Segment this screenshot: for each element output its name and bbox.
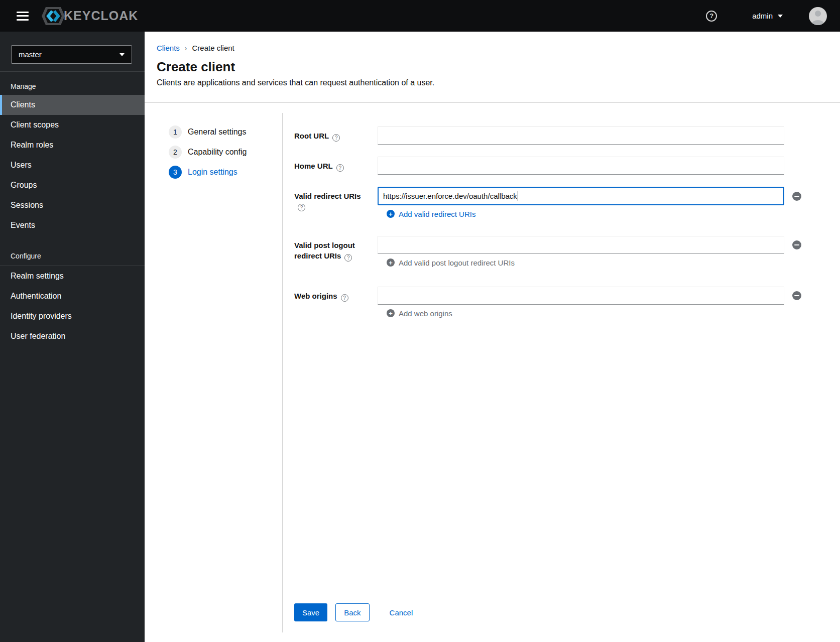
- menu-toggle-icon[interactable]: [17, 12, 29, 21]
- breadcrumb-clients-link[interactable]: Clients: [157, 44, 180, 52]
- remove-redirect-uri-button[interactable]: [792, 192, 801, 201]
- plus-circle-icon: +: [387, 259, 395, 267]
- step-number: 3: [169, 166, 182, 179]
- brand-text: KEYCLOAK: [64, 9, 138, 23]
- form-group-home-url: Home URL?: [294, 157, 784, 175]
- home-url-input[interactable]: [378, 157, 784, 175]
- form-group-valid-redirect-uris: Valid redirect URIs? https://issuer.enfo…: [294, 187, 784, 218]
- add-web-origins-link[interactable]: + Add web origins: [387, 309, 452, 318]
- sidebar-item-groups[interactable]: Groups: [0, 175, 145, 195]
- form-group-web-origins: Web origins? + Add web origins: [294, 287, 784, 318]
- cancel-button[interactable]: Cancel: [386, 603, 417, 621]
- wizard-step-login-settings[interactable]: 3 Login settings: [169, 162, 247, 182]
- content: Clients › Create client Create client Cl…: [145, 32, 840, 642]
- wizard-divider: [282, 113, 283, 632]
- text-cursor: [518, 191, 518, 201]
- root-url-label: Root URL: [294, 132, 329, 140]
- valid-redirect-uris-input[interactable]: https://issuer.enforce.dev/oauth/callbac…: [378, 187, 784, 205]
- web-origins-label: Web origins: [294, 292, 337, 300]
- page-subtitle: Clients are applications and services th…: [157, 78, 828, 87]
- sidebar-item-sessions[interactable]: Sessions: [0, 195, 145, 215]
- breadcrumb: Clients › Create client: [157, 44, 828, 52]
- sidebar-item-users[interactable]: Users: [0, 155, 145, 175]
- help-icon[interactable]: ?: [706, 11, 717, 22]
- help-icon[interactable]: ?: [344, 254, 352, 262]
- plus-circle-icon: +: [387, 210, 395, 218]
- masthead: KEYCLOAK ? admin: [0, 0, 840, 32]
- help-icon[interactable]: ?: [341, 294, 348, 302]
- root-url-input[interactable]: [378, 126, 784, 145]
- remove-post-logout-uri-button[interactable]: [792, 240, 801, 249]
- sidebar-divider: [0, 71, 145, 72]
- valid-redirect-uris-value: https://issuer.enforce.dev/oauth/callbac…: [383, 192, 517, 200]
- remove-web-origin-button[interactable]: [792, 291, 801, 300]
- sidebar: master Manage Clients Client scopes Real…: [0, 32, 145, 642]
- web-origins-input[interactable]: [378, 287, 784, 305]
- minus-circle-icon: [794, 295, 799, 296]
- realm-name: master: [19, 50, 42, 59]
- wizard-body: 1 General settings 2 Capability config 3…: [145, 103, 840, 642]
- sidebar-item-realm-settings[interactable]: Realm settings: [0, 266, 145, 286]
- nav-section-manage: Manage: [0, 82, 145, 91]
- page-title: Create client: [157, 59, 828, 75]
- step-number: 2: [169, 146, 182, 159]
- help-icon[interactable]: ?: [298, 204, 305, 211]
- user-dropdown[interactable]: admin: [752, 12, 783, 20]
- plus-circle-icon: +: [387, 309, 395, 317]
- minus-circle-icon: [794, 196, 799, 197]
- sidebar-item-events[interactable]: Events: [0, 215, 145, 235]
- wizard-nav: 1 General settings 2 Capability config 3…: [169, 122, 247, 182]
- form-actions: Save Back Cancel: [294, 603, 417, 621]
- add-valid-post-logout-redirect-uris-link[interactable]: + Add valid post logout redirect URIs: [387, 259, 515, 267]
- login-settings-form: Root URL? Home URL?: [294, 126, 784, 318]
- help-icon[interactable]: ?: [332, 134, 340, 142]
- help-icon[interactable]: ?: [336, 164, 344, 172]
- nav-section-configure: Configure: [0, 251, 145, 261]
- back-button[interactable]: Back: [335, 603, 369, 621]
- username: admin: [752, 12, 773, 20]
- breadcrumb-separator-icon: ›: [185, 44, 187, 52]
- form-group-valid-post-logout-redirect-uris: Valid post logout redirect URIs? + Add v…: [294, 236, 784, 267]
- add-valid-redirect-uris-link[interactable]: + Add valid redirect URIs: [387, 210, 475, 218]
- home-url-label: Home URL: [294, 162, 333, 170]
- realm-selector[interactable]: master: [11, 45, 132, 64]
- sidebar-item-clients[interactable]: Clients: [0, 95, 145, 115]
- sidebar-item-identity-providers[interactable]: Identity providers: [0, 306, 145, 326]
- keycloak-logo[interactable]: KEYCLOAK: [39, 5, 138, 27]
- page-header: Clients › Create client Create client Cl…: [145, 32, 840, 103]
- sidebar-item-client-scopes[interactable]: Client scopes: [0, 115, 145, 135]
- sidebar-item-authentication[interactable]: Authentication: [0, 286, 145, 306]
- minus-circle-icon: [794, 244, 799, 245]
- form-group-root-url: Root URL?: [294, 126, 784, 145]
- step-number: 1: [169, 125, 182, 139]
- valid-redirect-uris-label: Valid redirect URIs: [294, 192, 361, 200]
- chevron-down-icon: [119, 53, 125, 56]
- valid-post-logout-redirect-uris-input[interactable]: [378, 236, 784, 254]
- save-button[interactable]: Save: [294, 603, 327, 621]
- sidebar-item-realm-roles[interactable]: Realm roles: [0, 135, 145, 155]
- wizard-step-general-settings[interactable]: 1 General settings: [169, 122, 247, 142]
- sidebar-item-user-federation[interactable]: User federation: [0, 326, 145, 346]
- avatar[interactable]: [809, 7, 827, 25]
- chevron-down-icon: [778, 15, 783, 18]
- wizard-step-capability-config[interactable]: 2 Capability config: [169, 142, 247, 162]
- breadcrumb-current: Create client: [192, 44, 234, 52]
